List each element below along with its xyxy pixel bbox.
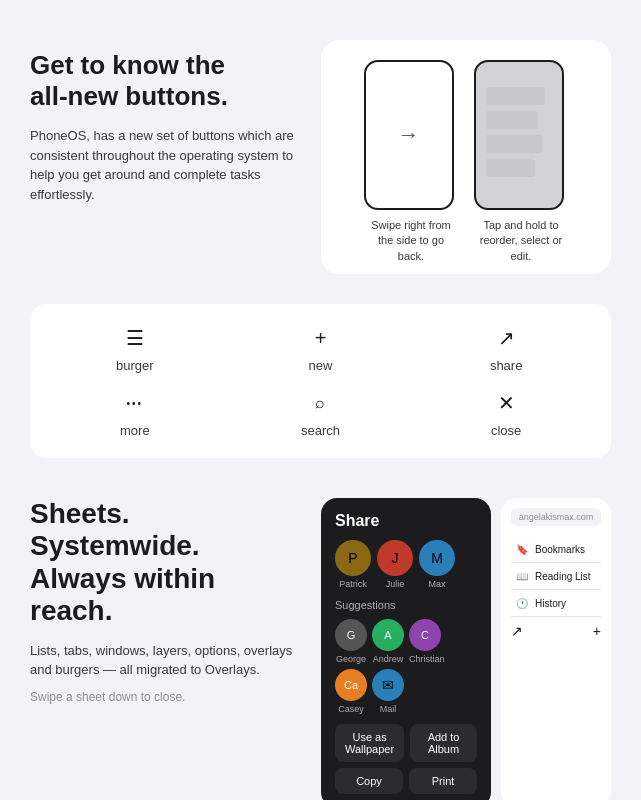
icon-item-share[interactable]: ↗ share [421, 324, 591, 373]
share-sheet: Share P Patrick J Julie M Max Suggestion… [321, 498, 491, 800]
sheets-heading: Sheets.Systemwide.Always within reach. [30, 498, 301, 627]
add-to-album-button[interactable]: Add to Album [410, 724, 477, 762]
suggestion-casey-name: Casey [335, 704, 367, 714]
section-buttons: Get to know the all-new buttons. PhoneOS… [0, 0, 641, 304]
reading-list-icon: 📖 [515, 569, 529, 583]
buttons-body: PhoneOS, has a new set of buttons which … [30, 126, 301, 204]
phone-demo-right: Tap and hold to reorder, select or edit. [474, 60, 569, 264]
share-title: Share [335, 512, 477, 530]
contact-patrick-name: Patrick [335, 579, 371, 589]
share-label: share [490, 358, 523, 373]
close-icon: ✕ [498, 389, 515, 417]
more-label: more [120, 423, 150, 438]
avatar-patrick: P [335, 540, 371, 576]
contact-julie-name: Julie [377, 579, 413, 589]
sheets-swipe-hint: Swipe a sheet down to close. [30, 688, 301, 706]
icon-item-more[interactable]: ••• more [50, 389, 220, 438]
icon-item-close[interactable]: ✕ close [421, 389, 591, 438]
avatar-max: M [419, 540, 455, 576]
history-icon: 🕐 [515, 596, 529, 610]
suggestion-george[interactable]: G George [335, 619, 367, 664]
copy-button[interactable]: Copy [335, 768, 403, 794]
reading-list-label: Reading List [535, 571, 591, 582]
bookmarks-label: Bookmarks [535, 544, 585, 555]
share-action-row-2: Copy Print [335, 768, 477, 794]
safari-add-icon[interactable]: + [593, 623, 601, 639]
share-icon: ↗ [498, 324, 515, 352]
phone-right-caption: Tap and hold to reorder, select or edit. [474, 218, 569, 264]
avatar-casey: Ca [335, 669, 367, 701]
phone-frame-right [474, 60, 564, 210]
phone-left-caption: Swipe right from the side to go back. [364, 218, 459, 264]
more-icon: ••• [127, 389, 144, 417]
history-item[interactable]: 🕐 History [511, 590, 601, 617]
icon-item-new[interactable]: + new [236, 324, 406, 373]
history-label: History [535, 598, 566, 609]
swipe-arrow-icon: → [398, 122, 420, 148]
suggestion-george-name: George [335, 654, 367, 664]
share-contacts: P Patrick J Julie M Max [335, 540, 477, 589]
sheets-description: Sheets.Systemwide.Always within reach. L… [30, 498, 301, 800]
suggestion-andrew[interactable]: A Andrew [372, 619, 404, 664]
icon-item-search[interactable]: ⌕ search [236, 389, 406, 438]
avatar-julie: J [377, 540, 413, 576]
contact-max[interactable]: M Max [419, 540, 455, 589]
phone-frame-left: → [364, 60, 454, 210]
share-actions: Use as Wallpaper Add to Album Copy Print [335, 724, 477, 794]
phone-line [486, 159, 536, 177]
phone-line [486, 87, 545, 105]
reading-list-item[interactable]: 📖 Reading List [511, 563, 601, 590]
section-sheets: Sheets.Systemwide.Always within reach. L… [0, 478, 641, 800]
icon-item-burger[interactable]: ☰ burger [50, 324, 220, 373]
burger-label: burger [116, 358, 154, 373]
icon-grid: ☰ burger + new ↗ share ••• more ⌕ search… [30, 304, 611, 458]
phone-line [486, 111, 539, 129]
suggestion-andrew-name: Andrew [372, 654, 404, 664]
contact-max-name: Max [419, 579, 455, 589]
share-suggestions: G George A Andrew C Christian Ca Casey ✉ [335, 619, 477, 714]
avatar-george: G [335, 619, 367, 651]
bookmarks-item[interactable]: 🔖 Bookmarks [511, 536, 601, 563]
safari-bottom-actions: ↗ + [511, 617, 601, 639]
suggestion-christian-name: Christian [409, 654, 445, 664]
search-label: search [301, 423, 340, 438]
avatar-andrew: A [372, 619, 404, 651]
safari-url: angelakismax.com [511, 508, 601, 526]
search-icon: ⌕ [315, 389, 325, 417]
contact-julie[interactable]: J Julie [377, 540, 413, 589]
suggestion-casey[interactable]: Ca Casey [335, 669, 367, 714]
suggestion-mail-name: Mail [372, 704, 404, 714]
buttons-heading: Get to know the all-new buttons. [30, 50, 301, 112]
contact-patrick[interactable]: P Patrick [335, 540, 371, 589]
sheets-demos: Share P Patrick J Julie M Max Suggestion… [321, 498, 611, 800]
buttons-description: Get to know the all-new buttons. PhoneOS… [30, 40, 301, 274]
sheets-body: Lists, tabs, windows, layers, options, o… [30, 641, 301, 680]
phone-demos: → Swipe right from the side to go back. … [321, 40, 611, 274]
share-action-row-1: Use as Wallpaper Add to Album [335, 724, 477, 762]
new-label: new [309, 358, 333, 373]
suggestions-label: Suggestions [335, 599, 477, 611]
phone-line [486, 135, 542, 153]
suggestion-mail[interactable]: ✉ Mail [372, 669, 404, 714]
close-label: close [491, 423, 521, 438]
bookmarks-icon: 🔖 [515, 542, 529, 556]
safari-external-link-icon[interactable]: ↗ [511, 623, 523, 639]
avatar-christian: C [409, 619, 441, 651]
new-icon: + [315, 324, 327, 352]
avatar-mail: ✉ [372, 669, 404, 701]
burger-icon: ☰ [126, 324, 144, 352]
phone-demo-left: → Swipe right from the side to go back. [364, 60, 459, 264]
print-button[interactable]: Print [409, 768, 477, 794]
safari-sheet: angelakismax.com 🔖 Bookmarks 📖 Reading L… [501, 498, 611, 800]
suggestion-christian[interactable]: C Christian [409, 619, 445, 664]
use-as-wallpaper-button[interactable]: Use as Wallpaper [335, 724, 404, 762]
